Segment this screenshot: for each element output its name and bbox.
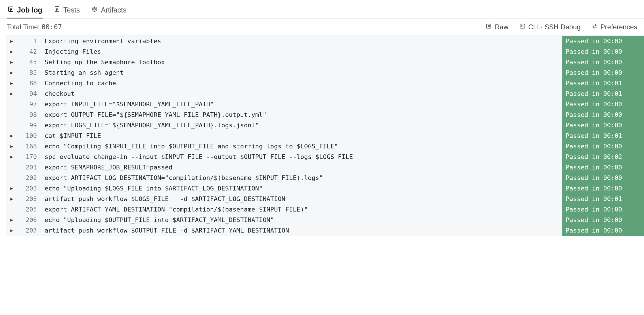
log-icon xyxy=(7,6,14,14)
expand-chevron-icon[interactable]: ▶ xyxy=(6,57,17,67)
expand-chevron-icon[interactable]: ▶ xyxy=(6,36,17,46)
log-command: cat $INPUT_FILE xyxy=(40,130,562,141)
log-line[interactable]: ▶170spc evaluate change-in --input $INPU… xyxy=(6,152,644,162)
total-time-value: 00:07 xyxy=(41,23,62,31)
svg-point-6 xyxy=(595,25,596,26)
log-line[interactable]: 98export OUTPUT_FILE="${SEMAPHORE_YAML_F… xyxy=(6,109,644,120)
log-command: export INPUT_FILE="$SEMAPHORE_YAML_FILE_… xyxy=(40,99,562,109)
toolbar: Total Time: 00:07 Raw CLI · SSH Debug Pr… xyxy=(0,18,644,36)
raw-link[interactable]: Raw xyxy=(486,23,508,31)
log-line[interactable]: ▶85Starting an ssh-agentPassed in 00:00 xyxy=(6,67,644,78)
tab-tests[interactable]: Tests xyxy=(53,3,80,18)
external-link-icon xyxy=(486,23,492,31)
expand-chevron-icon xyxy=(6,204,17,215)
status-badge: Passed in 00:01 xyxy=(562,88,644,99)
log-line[interactable]: ▶203artifact push workflow $LOGS_FILE -d… xyxy=(6,194,644,204)
log-command: export LOGS_FILE="${SEMAPHORE_YAML_FILE_… xyxy=(40,120,562,130)
preferences-label: Preferences xyxy=(601,23,637,31)
status-badge: Passed in 00:00 xyxy=(562,215,644,225)
tab-job-log[interactable]: Job log xyxy=(7,3,43,18)
cli-ssh-label: CLI · SSH Debug xyxy=(528,23,581,31)
expand-chevron-icon[interactable]: ▶ xyxy=(6,225,17,236)
status-badge: Passed in 00:00 xyxy=(562,204,644,215)
status-badge: Passed in 00:00 xyxy=(562,36,644,46)
svg-point-3 xyxy=(94,8,95,10)
log-line[interactable]: ▶1Exporting environment variablesPassed … xyxy=(6,36,644,46)
status-badge: Passed in 00:00 xyxy=(562,141,644,152)
line-number: 205 xyxy=(17,204,40,215)
log-line[interactable]: ▶168echo "Compiling $INPUT_FILE into $OU… xyxy=(6,141,644,152)
log-line[interactable]: 97export INPUT_FILE="$SEMAPHORE_YAML_FIL… xyxy=(6,99,644,109)
log-command: artifact push workflow $LOGS_FILE -d $AR… xyxy=(40,194,562,204)
log-line[interactable]: ▶45Setting up the Semaphore toolboxPasse… xyxy=(6,57,644,67)
status-badge: Passed in 00:02 xyxy=(562,152,644,162)
log-line[interactable]: 205export ARTIFACT_YAML_DESTINATION="com… xyxy=(6,204,644,215)
tab-label: Tests xyxy=(63,6,80,14)
expand-chevron-icon[interactable]: ▶ xyxy=(6,194,17,204)
preferences-link[interactable]: Preferences xyxy=(591,23,637,31)
log-line[interactable]: 99export LOGS_FILE="${SEMAPHORE_YAML_FIL… xyxy=(6,120,644,130)
line-number: 85 xyxy=(17,67,40,78)
status-badge: Passed in 00:00 xyxy=(562,109,644,120)
expand-chevron-icon[interactable]: ▶ xyxy=(6,130,17,141)
expand-chevron-icon xyxy=(6,120,17,130)
line-number: 202 xyxy=(17,173,40,183)
line-number: 1 xyxy=(17,36,40,46)
log-command: Setting up the Semaphore toolbox xyxy=(40,57,562,67)
status-badge: Passed in 00:01 xyxy=(562,130,644,141)
expand-chevron-icon xyxy=(6,109,17,120)
log-command: artifact push workflow $OUTPUT_FILE -d $… xyxy=(40,225,562,236)
log-command: export ARTIFACT_LOG_DESTINATION="compila… xyxy=(40,173,562,183)
expand-chevron-icon[interactable]: ▶ xyxy=(6,141,17,152)
expand-chevron-icon[interactable]: ▶ xyxy=(6,152,17,162)
log-command: echo "Compiling $INPUT_FILE into $OUTPUT… xyxy=(40,141,562,152)
status-badge: Passed in 00:00 xyxy=(562,225,644,236)
log-line[interactable]: ▶94checkoutPassed in 00:01 xyxy=(6,88,644,99)
log-command: checkout xyxy=(40,88,562,99)
log-line[interactable]: ▶42Injecting FilesPassed in 00:00 xyxy=(6,46,644,57)
total-time-label: Total Time: xyxy=(7,23,40,31)
expand-chevron-icon[interactable]: ▶ xyxy=(6,88,17,99)
log-command: echo "Uploading $OUTPUT_FILE into $ARTIF… xyxy=(40,215,562,225)
log-line[interactable]: ▶100cat $INPUT_FILEPassed in 00:01 xyxy=(6,130,644,141)
raw-label: Raw xyxy=(495,23,508,31)
log-command: echo "Uploading $LOGS_FILE into $ARTIFAC… xyxy=(40,183,562,194)
log-line[interactable]: ▶207artifact push workflow $OUTPUT_FILE … xyxy=(6,225,644,236)
tab-label: Job log xyxy=(17,6,42,14)
package-icon xyxy=(91,6,98,14)
expand-chevron-icon[interactable]: ▶ xyxy=(6,215,17,225)
tab-artifacts[interactable]: Artifacts xyxy=(91,3,127,18)
log-command: spc evaluate change-in --input $INPUT_FI… xyxy=(40,152,562,162)
status-badge: Passed in 00:00 xyxy=(562,99,644,109)
log-line[interactable]: ▶88Connecting to cachePassed in 00:01 xyxy=(6,78,644,88)
tab-bar: Job log Tests Artifacts xyxy=(0,0,644,18)
log-command: Starting an ssh-agent xyxy=(40,67,562,78)
expand-chevron-icon xyxy=(6,162,17,173)
log-line[interactable]: 202export ARTIFACT_LOG_DESTINATION="comp… xyxy=(6,173,644,183)
terminal-icon xyxy=(519,23,526,31)
status-badge: Passed in 00:00 xyxy=(562,183,644,194)
expand-chevron-icon[interactable]: ▶ xyxy=(6,67,17,78)
expand-chevron-icon[interactable]: ▶ xyxy=(6,46,17,57)
log-command: export SEMAPHORE_JOB_RESULT=passed xyxy=(40,162,562,173)
log-line[interactable]: ▶203echo "Uploading $LOGS_FILE into $ART… xyxy=(6,183,644,194)
expand-chevron-icon[interactable]: ▶ xyxy=(6,78,17,88)
expand-chevron-icon xyxy=(6,173,17,183)
line-number: 97 xyxy=(17,99,40,109)
log-command: Connecting to cache xyxy=(40,78,562,88)
log-line[interactable]: ▶206echo "Uploading $OUTPUT_FILE into $A… xyxy=(6,215,644,225)
log-command: export ARTIFACT_YAML_DESTINATION="compil… xyxy=(40,204,562,215)
svg-point-7 xyxy=(593,27,594,28)
status-badge: Passed in 00:00 xyxy=(562,67,644,78)
status-badge: Passed in 00:00 xyxy=(562,57,644,67)
status-badge: Passed in 00:01 xyxy=(562,78,644,88)
line-number: 203 xyxy=(17,194,40,204)
expand-chevron-icon[interactable]: ▶ xyxy=(6,183,17,194)
cli-ssh-link[interactable]: CLI · SSH Debug xyxy=(519,23,581,31)
line-number: 100 xyxy=(17,130,40,141)
line-number: 168 xyxy=(17,141,40,152)
status-badge: Passed in 00:00 xyxy=(562,120,644,130)
log-line[interactable]: 201export SEMAPHORE_JOB_RESULT=passedPas… xyxy=(6,162,644,173)
status-badge: Passed in 00:00 xyxy=(562,173,644,183)
line-number: 88 xyxy=(17,78,40,88)
